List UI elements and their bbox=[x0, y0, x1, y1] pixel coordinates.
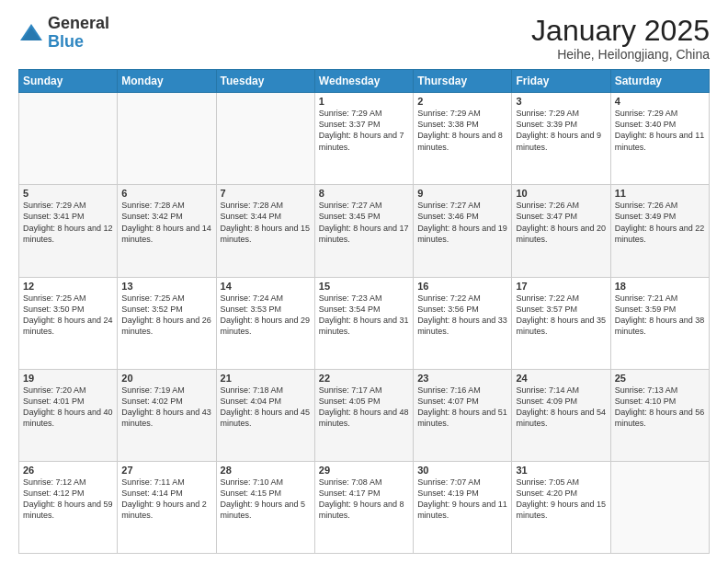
day-number: 14 bbox=[221, 281, 311, 292]
calendar-cell: 17Sunrise: 7:22 AM Sunset: 3:57 PM Dayli… bbox=[512, 277, 610, 369]
calendar-cell: 13Sunrise: 7:25 AM Sunset: 3:52 PM Dayli… bbox=[118, 277, 216, 369]
calendar-cell: 19Sunrise: 7:20 AM Sunset: 4:01 PM Dayli… bbox=[19, 369, 118, 461]
day-info: Sunrise: 7:05 AM Sunset: 4:20 PM Dayligh… bbox=[516, 477, 606, 522]
day-number: 19 bbox=[23, 373, 113, 384]
day-number: 6 bbox=[121, 188, 211, 199]
calendar-cell: 4Sunrise: 7:29 AM Sunset: 3:40 PM Daylig… bbox=[610, 93, 709, 185]
day-info: Sunrise: 7:29 AM Sunset: 3:40 PM Dayligh… bbox=[615, 108, 705, 153]
day-number: 26 bbox=[23, 465, 113, 476]
calendar-cell: 2Sunrise: 7:29 AM Sunset: 3:38 PM Daylig… bbox=[414, 93, 512, 185]
day-number: 5 bbox=[23, 188, 113, 199]
calendar-cell bbox=[610, 461, 709, 553]
day-number: 16 bbox=[417, 281, 507, 292]
day-info: Sunrise: 7:08 AM Sunset: 4:17 PM Dayligh… bbox=[319, 477, 409, 522]
calendar-cell: 3Sunrise: 7:29 AM Sunset: 3:39 PM Daylig… bbox=[512, 93, 610, 185]
day-info: Sunrise: 7:29 AM Sunset: 3:41 PM Dayligh… bbox=[23, 200, 113, 245]
day-info: Sunrise: 7:23 AM Sunset: 3:54 PM Dayligh… bbox=[319, 293, 409, 338]
calendar-cell: 12Sunrise: 7:25 AM Sunset: 3:50 PM Dayli… bbox=[19, 277, 118, 369]
calendar-cell: 14Sunrise: 7:24 AM Sunset: 3:53 PM Dayli… bbox=[216, 277, 314, 369]
day-info: Sunrise: 7:10 AM Sunset: 4:15 PM Dayligh… bbox=[221, 477, 311, 522]
day-number: 12 bbox=[23, 281, 113, 292]
col-monday: Monday bbox=[118, 70, 216, 93]
day-number: 11 bbox=[615, 188, 705, 199]
day-number: 8 bbox=[319, 188, 409, 199]
logo-blue: Blue bbox=[48, 32, 84, 51]
calendar-cell: 26Sunrise: 7:12 AM Sunset: 4:12 PM Dayli… bbox=[19, 461, 118, 553]
day-number: 18 bbox=[615, 281, 705, 292]
day-info: Sunrise: 7:16 AM Sunset: 4:07 PM Dayligh… bbox=[417, 385, 507, 430]
day-number: 10 bbox=[516, 188, 606, 199]
day-info: Sunrise: 7:29 AM Sunset: 3:38 PM Dayligh… bbox=[417, 108, 507, 153]
day-info: Sunrise: 7:19 AM Sunset: 4:02 PM Dayligh… bbox=[121, 385, 211, 430]
calendar-cell: 31Sunrise: 7:05 AM Sunset: 4:20 PM Dayli… bbox=[512, 461, 610, 553]
day-number: 24 bbox=[516, 373, 606, 384]
day-info: Sunrise: 7:18 AM Sunset: 4:04 PM Dayligh… bbox=[221, 385, 311, 430]
calendar-cell: 25Sunrise: 7:13 AM Sunset: 4:10 PM Dayli… bbox=[610, 369, 709, 461]
week-row-1: 1Sunrise: 7:29 AM Sunset: 3:37 PM Daylig… bbox=[19, 93, 710, 185]
calendar-cell: 21Sunrise: 7:18 AM Sunset: 4:04 PM Dayli… bbox=[216, 369, 314, 461]
week-row-2: 5Sunrise: 7:29 AM Sunset: 3:41 PM Daylig… bbox=[19, 185, 710, 277]
calendar-cell bbox=[19, 93, 118, 185]
calendar-cell: 1Sunrise: 7:29 AM Sunset: 3:37 PM Daylig… bbox=[314, 93, 413, 185]
week-row-5: 26Sunrise: 7:12 AM Sunset: 4:12 PM Dayli… bbox=[19, 461, 710, 553]
day-info: Sunrise: 7:17 AM Sunset: 4:05 PM Dayligh… bbox=[319, 385, 409, 430]
calendar-cell: 28Sunrise: 7:10 AM Sunset: 4:15 PM Dayli… bbox=[216, 461, 314, 553]
col-sunday: Sunday bbox=[19, 70, 118, 93]
calendar-cell: 18Sunrise: 7:21 AM Sunset: 3:59 PM Dayli… bbox=[610, 277, 709, 369]
calendar-cell: 27Sunrise: 7:11 AM Sunset: 4:14 PM Dayli… bbox=[118, 461, 216, 553]
calendar-cell: 30Sunrise: 7:07 AM Sunset: 4:19 PM Dayli… bbox=[414, 461, 512, 553]
day-info: Sunrise: 7:28 AM Sunset: 3:44 PM Dayligh… bbox=[221, 200, 311, 245]
day-info: Sunrise: 7:29 AM Sunset: 3:39 PM Dayligh… bbox=[516, 108, 606, 153]
calendar-cell: 11Sunrise: 7:26 AM Sunset: 3:49 PM Dayli… bbox=[610, 185, 709, 277]
col-friday: Friday bbox=[512, 70, 610, 93]
col-wednesday: Wednesday bbox=[314, 70, 413, 93]
day-info: Sunrise: 7:28 AM Sunset: 3:42 PM Dayligh… bbox=[121, 200, 211, 245]
logo-text: General Blue bbox=[48, 15, 109, 52]
day-number: 20 bbox=[121, 373, 211, 384]
day-info: Sunrise: 7:22 AM Sunset: 3:56 PM Dayligh… bbox=[417, 293, 507, 338]
calendar-cell: 6Sunrise: 7:28 AM Sunset: 3:42 PM Daylig… bbox=[118, 185, 216, 277]
day-info: Sunrise: 7:27 AM Sunset: 3:46 PM Dayligh… bbox=[417, 200, 507, 245]
col-saturday: Saturday bbox=[610, 70, 709, 93]
day-info: Sunrise: 7:25 AM Sunset: 3:50 PM Dayligh… bbox=[23, 293, 113, 338]
calendar-cell: 8Sunrise: 7:27 AM Sunset: 3:45 PM Daylig… bbox=[314, 185, 413, 277]
week-row-4: 19Sunrise: 7:20 AM Sunset: 4:01 PM Dayli… bbox=[19, 369, 710, 461]
day-info: Sunrise: 7:26 AM Sunset: 3:47 PM Dayligh… bbox=[516, 200, 606, 245]
logo-general: General bbox=[48, 14, 109, 32]
calendar-cell: 22Sunrise: 7:17 AM Sunset: 4:05 PM Dayli… bbox=[314, 369, 413, 461]
calendar-table: Sunday Monday Tuesday Wednesday Thursday… bbox=[18, 69, 710, 554]
day-number: 27 bbox=[121, 465, 211, 476]
day-number: 25 bbox=[615, 373, 705, 384]
calendar-cell bbox=[118, 93, 216, 185]
title-block: January 2025 Heihe, Heilongjiang, China bbox=[531, 15, 710, 62]
day-number: 7 bbox=[221, 188, 311, 199]
calendar-cell: 24Sunrise: 7:14 AM Sunset: 4:09 PM Dayli… bbox=[512, 369, 610, 461]
calendar-cell: 20Sunrise: 7:19 AM Sunset: 4:02 PM Dayli… bbox=[118, 369, 216, 461]
calendar-cell: 5Sunrise: 7:29 AM Sunset: 3:41 PM Daylig… bbox=[19, 185, 118, 277]
day-info: Sunrise: 7:11 AM Sunset: 4:14 PM Dayligh… bbox=[121, 477, 211, 522]
day-info: Sunrise: 7:13 AM Sunset: 4:10 PM Dayligh… bbox=[615, 385, 705, 430]
day-info: Sunrise: 7:07 AM Sunset: 4:19 PM Dayligh… bbox=[417, 477, 507, 522]
day-info: Sunrise: 7:21 AM Sunset: 3:59 PM Dayligh… bbox=[615, 293, 705, 338]
location-subtitle: Heihe, Heilongjiang, China bbox=[531, 47, 710, 62]
logo: General Blue bbox=[18, 15, 109, 52]
day-number: 17 bbox=[516, 281, 606, 292]
day-number: 21 bbox=[221, 373, 311, 384]
day-info: Sunrise: 7:29 AM Sunset: 3:37 PM Dayligh… bbox=[319, 108, 409, 153]
calendar-cell: 7Sunrise: 7:28 AM Sunset: 3:44 PM Daylig… bbox=[216, 185, 314, 277]
day-number: 23 bbox=[417, 373, 507, 384]
calendar-cell: 9Sunrise: 7:27 AM Sunset: 3:46 PM Daylig… bbox=[414, 185, 512, 277]
day-info: Sunrise: 7:14 AM Sunset: 4:09 PM Dayligh… bbox=[516, 385, 606, 430]
day-info: Sunrise: 7:20 AM Sunset: 4:01 PM Dayligh… bbox=[23, 385, 113, 430]
col-thursday: Thursday bbox=[414, 70, 512, 93]
month-title: January 2025 bbox=[531, 15, 710, 47]
day-info: Sunrise: 7:24 AM Sunset: 3:53 PM Dayligh… bbox=[221, 293, 311, 338]
header: General Blue January 2025 Heihe, Heilong… bbox=[18, 15, 710, 62]
calendar-header-row: Sunday Monday Tuesday Wednesday Thursday… bbox=[19, 70, 710, 93]
day-info: Sunrise: 7:12 AM Sunset: 4:12 PM Dayligh… bbox=[23, 477, 113, 522]
calendar-cell bbox=[216, 93, 314, 185]
col-tuesday: Tuesday bbox=[216, 70, 314, 93]
day-number: 30 bbox=[417, 465, 507, 476]
calendar-cell: 23Sunrise: 7:16 AM Sunset: 4:07 PM Dayli… bbox=[414, 369, 512, 461]
day-number: 13 bbox=[121, 281, 211, 292]
